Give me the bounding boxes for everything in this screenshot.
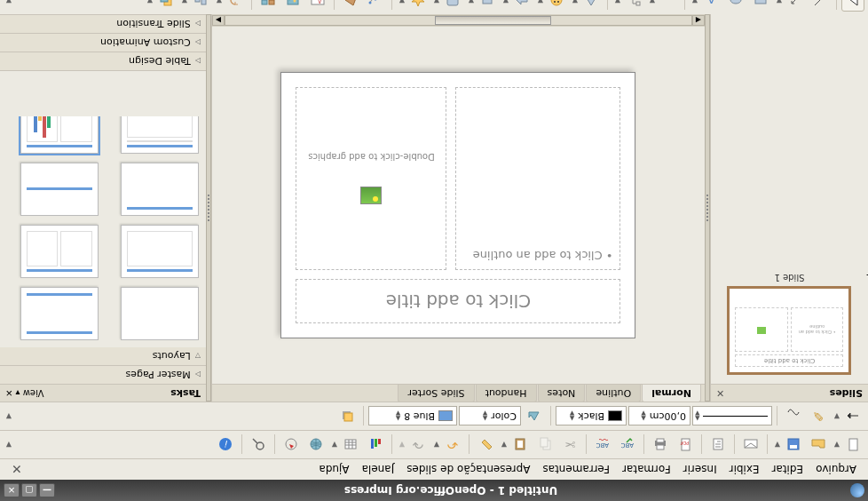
task-view-menu[interactable]: View ▾ ✕ <box>5 388 44 398</box>
title-placeholder[interactable]: Click to add title <box>296 279 621 323</box>
new-button[interactable] <box>841 433 864 457</box>
hyperlink-button[interactable] <box>304 433 327 457</box>
layout-title-only[interactable] <box>121 163 199 216</box>
redo-button[interactable]: ↷ <box>406 433 430 457</box>
curve-dropdown[interactable]: ▼ <box>647 0 655 4</box>
save-button[interactable] <box>782 433 805 457</box>
fill-style-combo[interactable]: Color▲▼ <box>459 407 521 426</box>
minimize-button[interactable]: — <box>39 483 55 497</box>
tab-notes[interactable]: Notes <box>538 385 586 402</box>
menu-janela[interactable]: Janela <box>356 461 401 479</box>
format-paintbrush-button[interactable] <box>474 433 497 457</box>
arrange-dropdown[interactable]: ▼ <box>145 0 153 4</box>
arrow-style-dropdown[interactable]: ▼ <box>832 412 840 420</box>
stars-tool[interactable] <box>406 0 430 12</box>
paste-dropdown[interactable]: ▼ <box>499 441 507 449</box>
from-file-tool[interactable] <box>281 0 304 12</box>
close-button[interactable]: ✕ <box>4 483 20 497</box>
table-dropdown[interactable]: ▼ <box>329 441 337 449</box>
slide-thumbs[interactable]: 1 Click to add title • Click to add an o… <box>711 14 868 384</box>
line-width-combo[interactable]: 0,00cm▲▼ <box>628 407 690 426</box>
menu-ajuda[interactable]: Ajuda <box>312 461 355 479</box>
align-dropdown[interactable]: ▼ <box>179 0 187 4</box>
arrow-tool-dropdown[interactable]: ▼ <box>774 0 782 4</box>
rect-tool[interactable] <box>749 0 772 12</box>
tab-outline[interactable]: Outline <box>586 385 641 402</box>
spellcheck-button[interactable]: ABC <box>616 433 639 457</box>
layout-title-2content[interactable] <box>121 116 199 154</box>
area-button[interactable] <box>523 405 546 428</box>
slide-panel-close[interactable]: ✕ <box>716 387 724 399</box>
callouts-tool[interactable] <box>441 0 464 12</box>
text-tool-dropdown[interactable]: ▼ <box>690 0 698 4</box>
curve-tool[interactable] <box>657 0 680 12</box>
layout-centered[interactable] <box>20 163 99 216</box>
print-button[interactable] <box>649 433 672 457</box>
connector-tool[interactable] <box>622 0 645 12</box>
flowchart-tool[interactable] <box>476 0 499 12</box>
toolbar2-overflow[interactable]: ▼ <box>4 412 12 420</box>
maximize-button[interactable]: ▢ <box>21 483 37 497</box>
zoom-button[interactable] <box>247 433 270 457</box>
undo-button[interactable]: ↶ <box>441 433 464 457</box>
save-dropdown[interactable]: ▼ <box>772 441 780 449</box>
hscroll-right[interactable]: ▶ <box>212 15 225 26</box>
tab-sorter[interactable]: Slide Sorter <box>398 385 474 402</box>
layout-content[interactable] <box>121 225 199 278</box>
tab-normal[interactable]: Normal <box>642 385 701 402</box>
paste-button[interactable] <box>509 433 532 457</box>
stars-dropdown[interactable]: ▼ <box>397 0 405 4</box>
gallery-tool[interactable] <box>256 0 280 12</box>
slide-1[interactable]: Click to add title • Click to add an out… <box>281 72 636 338</box>
flowchart-dropdown[interactable]: ▼ <box>466 0 474 4</box>
symbol-shapes-tool[interactable] <box>545 0 568 12</box>
basic-shapes-dropdown[interactable]: ▼ <box>570 0 578 4</box>
menu-ferramentas[interactable]: Ferramentas <box>536 461 616 479</box>
section-master-pages[interactable]: ▷Master Pages <box>0 366 206 384</box>
layout-title[interactable] <box>20 287 99 340</box>
fill-color-combo[interactable]: Blue 8▲▼ <box>368 407 457 426</box>
block-arrows-dropdown[interactable]: ▼ <box>501 0 509 4</box>
block-arrows-tool[interactable] <box>510 0 533 12</box>
hscroll-left[interactable]: ◀ <box>692 15 705 26</box>
layout-blank[interactable] <box>121 287 199 340</box>
chart-button[interactable] <box>364 433 387 457</box>
slide-thumb-1[interactable]: Click to add title • Click to add an out… <box>728 286 852 375</box>
callouts-dropdown[interactable]: ▼ <box>431 0 439 4</box>
close-doc-button[interactable]: ✕ <box>5 460 28 480</box>
mail-button[interactable] <box>739 433 762 457</box>
copy-button[interactable] <box>533 433 556 457</box>
shadow-button[interactable] <box>335 405 359 428</box>
menu-inserir[interactable]: Inserir <box>677 461 723 479</box>
table-button[interactable] <box>339 433 362 457</box>
undo-dropdown[interactable]: ▼ <box>431 441 439 449</box>
arrow-tool[interactable] <box>784 0 807 12</box>
edit-points-button[interactable]: ✎ <box>807 405 830 428</box>
rotate-tool[interactable] <box>224 0 247 12</box>
section-slide-transition[interactable]: ▷Slide Transition <box>0 15 206 33</box>
line-tool[interactable] <box>809 0 832 12</box>
text-tool[interactable]: A <box>699 0 722 12</box>
bezier-button[interactable] <box>782 405 805 428</box>
align-tool[interactable] <box>189 0 212 12</box>
outline-placeholder[interactable]: • Click to add an outline <box>456 87 621 270</box>
symbol-shapes-dropdown[interactable]: ▼ <box>535 0 543 4</box>
open-button[interactable] <box>807 433 830 457</box>
edit-button[interactable] <box>706 433 730 457</box>
splitter-left[interactable] <box>705 14 710 402</box>
new-dropdown[interactable]: ▼ <box>832 441 840 449</box>
section-layouts[interactable]: ▽Layouts <box>0 347 206 365</box>
horizontal-scrollbar[interactable]: ◀ ▶ <box>212 14 705 27</box>
layout-two-content[interactable] <box>20 225 99 278</box>
menu-arquivo[interactable]: Arquivo <box>809 461 863 479</box>
ellipse-tool[interactable] <box>724 0 747 12</box>
line-color-combo[interactable]: Black▲▼ <box>556 407 627 426</box>
fontwork-tool[interactable]: A <box>306 0 329 12</box>
menu-formatar[interactable]: Formatar <box>616 461 677 479</box>
navigator-button[interactable] <box>280 433 303 457</box>
autospell-button[interactable]: ABC <box>591 433 614 457</box>
menu-editar[interactable]: Editar <box>766 461 810 479</box>
line-style-combo[interactable]: ▲▼ <box>692 407 772 426</box>
section-custom-animation[interactable]: ▷Custom Animation <box>0 34 206 52</box>
arrange-tool[interactable] <box>154 0 178 12</box>
